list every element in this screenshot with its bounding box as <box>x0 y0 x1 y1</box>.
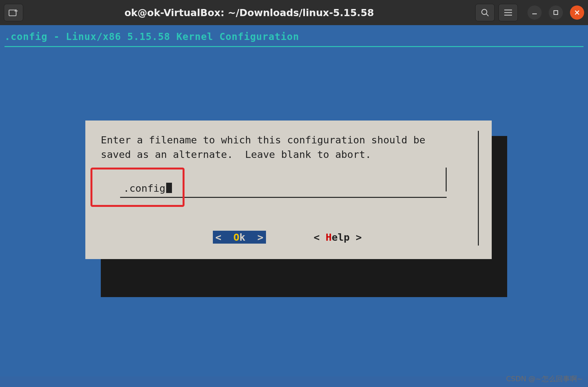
new-tab-button[interactable] <box>4 4 23 21</box>
close-icon <box>574 10 580 15</box>
menuconfig-title: .config - Linux/x86 5.15.58 Kernel Confi… <box>0 25 588 44</box>
ok-button[interactable]: < Ok > <box>213 231 266 244</box>
svg-rect-9 <box>554 11 558 15</box>
help-button[interactable]: < Help > <box>311 231 364 244</box>
minimize-icon <box>531 9 538 16</box>
dialog-prompt: Enter a filename to which this configura… <box>101 133 476 162</box>
watermark: CSDN @~怎么回事啊~ <box>506 374 583 384</box>
new-tab-icon <box>8 8 19 17</box>
maximize-button[interactable] <box>549 5 563 20</box>
window-controls <box>527 5 584 20</box>
save-dialog-wrap: Enter a filename to which this configura… <box>85 121 492 259</box>
svg-point-3 <box>482 9 487 15</box>
maximize-icon <box>553 10 559 15</box>
save-config-dialog: Enter a filename to which this configura… <box>85 121 492 259</box>
terminal-area: .config - Linux/x86 5.15.58 Kernel Confi… <box>0 25 588 376</box>
titlebar: ok@ok-VirtualBox: ~/Downloads/linux-5.15… <box>0 0 588 25</box>
annotation-highlight-box <box>90 168 185 207</box>
dialog-inner-border <box>478 131 479 246</box>
window-title: ok@ok-VirtualBox: ~/Downloads/linux-5.15… <box>27 7 471 18</box>
dialog-button-row: < Ok > < Help > <box>101 231 476 244</box>
menuconfig-divider <box>5 46 583 47</box>
search-button[interactable] <box>475 4 495 21</box>
close-button[interactable] <box>570 5 584 20</box>
hamburger-menu-button[interactable] <box>498 4 518 21</box>
input-right-border <box>446 168 447 191</box>
minimize-button[interactable] <box>527 5 542 20</box>
hamburger-icon <box>504 9 512 16</box>
svg-line-4 <box>486 14 488 16</box>
search-icon <box>480 8 489 17</box>
